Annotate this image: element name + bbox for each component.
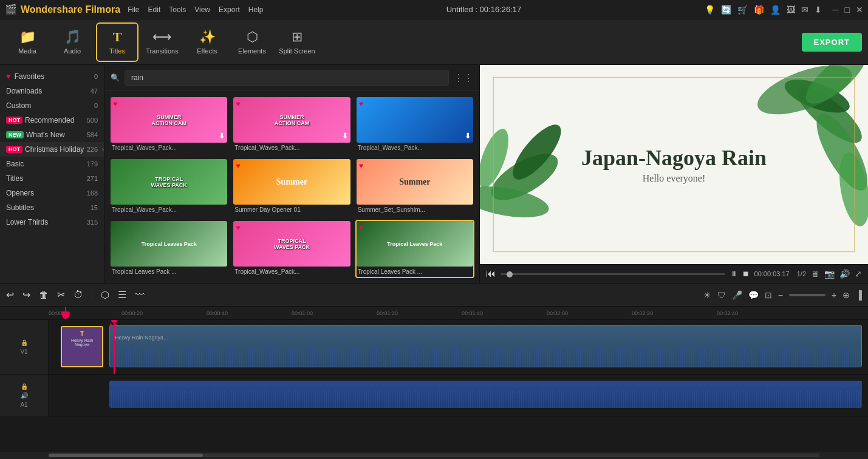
thumb-item-4[interactable]: TROPICALWAVES PACK Tropical_Waves_Pack..… bbox=[109, 158, 228, 216]
export-button[interactable]: EXPORT bbox=[802, 33, 862, 52]
thumb-item-9[interactable]: ♥ Tropical Leaves Pack Tropical Leaves P… bbox=[355, 220, 474, 278]
sidebar-openers-count: 168 bbox=[87, 189, 98, 197]
thumb-image-2: ♥ SUMMERACTION CAM ⬇ bbox=[233, 97, 350, 143]
shield-icon[interactable]: 🛡 bbox=[717, 290, 726, 300]
transitions-label: Transitions bbox=[146, 47, 178, 55]
scrubber-bar[interactable] bbox=[501, 273, 725, 275]
download-icon[interactable]: ⬇ bbox=[815, 5, 822, 15]
sidebar-item-custom[interactable]: Custom 0 bbox=[0, 98, 104, 113]
thumb-item-2[interactable]: ♥ SUMMERACTION CAM ⬇ Tropical_Waves_Pack… bbox=[232, 96, 351, 154]
track-volume-icon[interactable]: 🔊 bbox=[21, 392, 28, 399]
media-button[interactable]: 📁 Media bbox=[6, 22, 49, 62]
sidebar-item-recommended[interactable]: HOT Recommended 500 bbox=[0, 113, 104, 127]
sun-icon[interactable]: ☀ bbox=[703, 290, 711, 300]
stop-button[interactable]: ⏹ bbox=[742, 270, 750, 278]
separator-1 bbox=[92, 289, 92, 301]
expand-icon[interactable]: ⤢ bbox=[855, 269, 862, 279]
thumb-item-7[interactable]: Tropical Leaves Pack Tropical Leaves Pac… bbox=[109, 220, 228, 278]
shop-icon[interactable]: 🛒 bbox=[737, 5, 748, 15]
side-toggle-icon[interactable]: ▐ bbox=[856, 290, 862, 300]
sidebar-item-lowerthirds[interactable]: Lower Thirds 315 bbox=[0, 215, 104, 229]
app-name: Wondershare Filmora bbox=[21, 4, 120, 15]
menu-help[interactable]: Help bbox=[248, 5, 264, 14]
zoom-slider[interactable] bbox=[789, 294, 825, 296]
thumb-item-6[interactable]: ♥ Summer Summer_Set_Sunshim... bbox=[355, 158, 474, 216]
menu-view[interactable]: View bbox=[194, 5, 210, 14]
media-icon: 📁 bbox=[19, 29, 36, 45]
hot-badge: HOT bbox=[6, 117, 22, 124]
monitor-icon[interactable]: 🖥 bbox=[811, 269, 819, 279]
close-button[interactable]: ✕ bbox=[856, 5, 863, 15]
gallery-icon[interactable]: 🖼 bbox=[787, 5, 795, 15]
crop-button[interactable]: ⬡ bbox=[101, 289, 109, 301]
splitscreen-button[interactable]: ⊞ Split Screen bbox=[276, 22, 318, 62]
screenshot-icon[interactable]: 📷 bbox=[824, 269, 835, 279]
thumb-label-3: Tropical_Waves_Pack... bbox=[357, 143, 473, 153]
delete-button[interactable]: 🗑 bbox=[39, 290, 49, 301]
zoom-in-icon[interactable]: + bbox=[832, 290, 836, 300]
minimize-button[interactable]: ─ bbox=[833, 5, 839, 15]
scissors-icon: ✂ bbox=[109, 320, 117, 332]
track-lock-icon[interactable]: 🔒 bbox=[21, 339, 28, 346]
list-button[interactable]: ☰ bbox=[118, 289, 126, 301]
zoom-out-icon[interactable]: − bbox=[778, 290, 783, 300]
sidebar-item-basic[interactable]: Basic 179 bbox=[0, 157, 104, 171]
thumb-item-3[interactable]: ♥ ⬇ Tropical_Waves_Pack... bbox=[355, 96, 474, 154]
sidebar-item-whatsnew[interactable]: NEW What's New 584 bbox=[0, 127, 104, 142]
duration-button[interactable]: ⏱ bbox=[73, 290, 83, 301]
gift-icon[interactable]: 🎁 bbox=[754, 5, 764, 15]
maximize-button[interactable]: □ bbox=[845, 5, 850, 15]
audio-clip[interactable] bbox=[109, 381, 862, 408]
audio-button[interactable]: 🎵 Audio bbox=[51, 22, 94, 62]
effects-button[interactable]: ✨ Effects bbox=[186, 22, 228, 62]
menu-export[interactable]: Export bbox=[219, 5, 240, 14]
title-bar-right: 💡 🔄 🛒 🎁 👤 🖼 ✉ ⬇ ─ □ ✕ bbox=[705, 5, 863, 15]
main-area: ♥ Favorites 0 Downloads 47 Custom 0 HOT … bbox=[0, 65, 868, 283]
sidebar-item-subtitles[interactable]: Subtitles 15 bbox=[0, 200, 104, 215]
ruler-time-5: 00:01:40 bbox=[462, 310, 483, 316]
video-clip-main[interactable]: Heavy Rain Nagoya... bbox=[109, 325, 862, 367]
mail-icon[interactable]: ✉ bbox=[801, 5, 808, 15]
skip-back-button[interactable]: ⏮ bbox=[486, 268, 496, 279]
redo-button[interactable]: ↪ bbox=[22, 289, 30, 301]
title-clip[interactable]: T Heavy Rain Nagoya bbox=[61, 326, 103, 367]
preview-background: Japan-Nagoya Rain Hello everyone! bbox=[480, 65, 868, 264]
transitions-button[interactable]: ⟷ Transitions bbox=[141, 22, 183, 62]
menu-tools[interactable]: Tools bbox=[169, 5, 186, 14]
scrollbar-thumb[interactable] bbox=[49, 454, 203, 457]
mic-icon[interactable]: 🎤 bbox=[732, 290, 742, 300]
refresh-icon[interactable]: 🔄 bbox=[721, 5, 731, 15]
track-audio-lock-icon[interactable]: 🔒 bbox=[21, 383, 28, 390]
thumb-item-1[interactable]: ♥ SUMMERACTION CAM ⬇ Tropical_Waves_Pack… bbox=[109, 96, 228, 154]
sidebar-item-titles[interactable]: Titles 271 bbox=[0, 171, 104, 186]
sidebar-item-favorites[interactable]: ♥ Favorites 0 bbox=[0, 69, 104, 84]
timeline-scrollbar[interactable] bbox=[49, 454, 819, 457]
search-input[interactable] bbox=[125, 70, 449, 86]
lightbulb-icon[interactable]: 💡 bbox=[705, 5, 715, 15]
thumb-item-8[interactable]: ♥ TROPICALWAVES PACK Tropical_Waves_Pack… bbox=[232, 220, 351, 278]
scrubber-thumb[interactable] bbox=[507, 271, 513, 277]
caption-icon[interactable]: 💬 bbox=[748, 290, 759, 300]
sidebar-item-christmas[interactable]: HOT Christmas Holiday 226 › bbox=[0, 142, 104, 157]
sidebar-item-downloads[interactable]: Downloads 47 bbox=[0, 84, 104, 98]
titles-button[interactable]: T Titles bbox=[96, 22, 138, 62]
elements-button[interactable]: ⬡ Elements bbox=[231, 22, 273, 62]
play-pause-button[interactable]: ⏸ bbox=[730, 270, 737, 278]
heart-icon-3: ♥ bbox=[359, 100, 363, 108]
volume-icon[interactable]: 🔊 bbox=[839, 269, 850, 279]
undo-button[interactable]: ↩ bbox=[6, 289, 14, 301]
sidebar-item-openers[interactable]: Openers 168 bbox=[0, 186, 104, 200]
thumb-image-9: ♥ Tropical Leaves Pack bbox=[357, 221, 473, 267]
user-icon[interactable]: 👤 bbox=[770, 5, 781, 15]
menu-file[interactable]: File bbox=[128, 5, 139, 14]
pip-icon[interactable]: ⊡ bbox=[765, 290, 772, 300]
search-icon: 🔍 bbox=[111, 73, 120, 82]
elements-label: Elements bbox=[238, 47, 266, 55]
waveform-button[interactable]: 〰 bbox=[135, 290, 145, 301]
media-label: Media bbox=[18, 47, 36, 55]
cut-button[interactable]: ✂ bbox=[57, 289, 65, 301]
grid-view-icon[interactable]: ⋮⋮ bbox=[454, 72, 473, 84]
thumb-item-5[interactable]: ♥ Summer Summer Day Opener 01 bbox=[232, 158, 351, 216]
menu-edit[interactable]: Edit bbox=[148, 5, 161, 14]
add-frame-icon[interactable]: ⊕ bbox=[842, 290, 850, 300]
